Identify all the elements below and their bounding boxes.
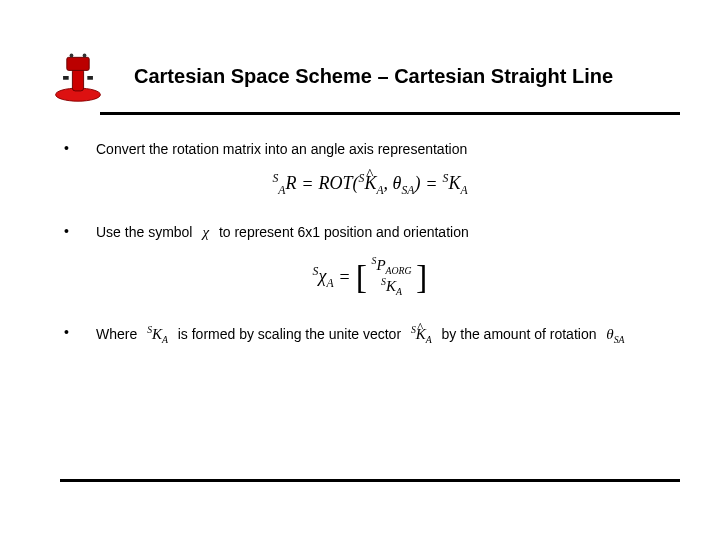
bullet-3-post: by the amount of rotation <box>442 326 597 342</box>
eq2-p-sub: AORG <box>386 265 412 276</box>
eq2-p: P <box>376 257 385 273</box>
bullet-2: • Use the symbol χ to represent 6x1 posi… <box>60 223 680 243</box>
bullet-2-post: to represent 6x1 position and orientatio… <box>219 224 469 240</box>
eq1-r: R <box>285 173 296 193</box>
svg-rect-6 <box>87 76 93 80</box>
eq2-k-sub: A <box>396 286 402 297</box>
eq1-theta-sub: SA <box>401 184 414 197</box>
chi-symbol: χ <box>196 224 215 240</box>
bullet-1-text: Convert the rotation matrix into an angl… <box>96 140 680 158</box>
formula-1: SAR = ROT(SKA, θSA) = SKA <box>60 172 680 197</box>
eq2-bracket: [ SPAORG SKA ] <box>356 256 428 297</box>
title-underline <box>100 112 680 115</box>
bullet-1: • Convert the rotation matrix into an an… <box>60 140 680 158</box>
b3-khat-sub: A <box>426 334 432 345</box>
bullet-3-content: Where SKA is formed by scaling the unite… <box>96 324 680 347</box>
eq1-rhs-sub: A <box>460 184 467 197</box>
b3-sk-k: K <box>152 326 162 342</box>
title-area: Cartesian Space Scheme – Cartesian Strai… <box>50 48 680 104</box>
eq1-k-sub: A <box>376 184 383 197</box>
bullet-dot: • <box>60 140 96 156</box>
b3-sk: SKA <box>141 326 178 342</box>
bullet-dot: • <box>60 223 96 239</box>
robot-icon <box>50 48 106 104</box>
bullet-dot: • <box>60 324 96 340</box>
b3-sk-sub: A <box>162 334 168 345</box>
svg-point-3 <box>70 54 74 58</box>
footer-line <box>60 479 680 482</box>
formula-2: SχA = [ SPAORG SKA ] <box>60 256 680 297</box>
b3-theta-sym: θ <box>606 326 613 342</box>
eq2-k: K <box>386 278 396 294</box>
slide: Cartesian Space Scheme – Cartesian Strai… <box>0 0 720 540</box>
bullet-2-content: Use the symbol χ to represent 6x1 positi… <box>96 223 680 243</box>
svg-point-4 <box>83 54 87 58</box>
bullet-3: • Where SKA is formed by scaling the uni… <box>60 324 680 347</box>
eq1-rhs-k: K <box>448 173 460 193</box>
svg-rect-1 <box>72 69 83 91</box>
b3-khat-k: K <box>416 326 426 342</box>
slide-body: • Convert the rotation matrix into an an… <box>60 140 680 358</box>
bullet-2-pre: Use the symbol <box>96 224 192 240</box>
eq1-rot: ROT <box>319 173 353 193</box>
svg-rect-5 <box>63 76 69 80</box>
b3-theta-sub: SA <box>614 334 625 345</box>
b3-theta: θSA <box>600 326 630 342</box>
b3-khat: SKA <box>405 326 442 342</box>
page-title: Cartesian Space Scheme – Cartesian Strai… <box>134 65 680 88</box>
bullet-3-pre: Where <box>96 326 137 342</box>
eq1-k-hat: K <box>364 173 376 193</box>
bullet-3-mid: is formed by scaling the unite vector <box>178 326 401 342</box>
eq2-chi-sub: A <box>326 276 333 289</box>
svg-rect-2 <box>67 57 89 70</box>
